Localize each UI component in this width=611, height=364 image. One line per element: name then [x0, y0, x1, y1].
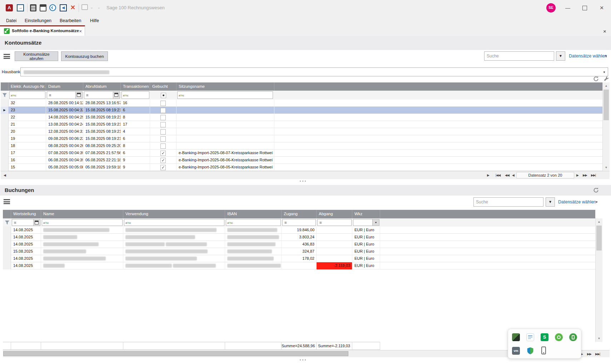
table-row[interactable]: 14.08.2025 3.803,24 EUR | Euro: [3, 234, 595, 241]
column-header-wertstellung[interactable]: Wertstellung: [11, 210, 41, 218]
scrollbar-thumb[interactable]: [603, 90, 609, 120]
gebucht-checkbox[interactable]: [160, 108, 166, 113]
kontoumsaetze-abrufen-button[interactable]: Kontoumsätze abrufen: [15, 51, 58, 61]
column-header-nr[interactable]: Elektr. Auszugs-Nr.: [9, 82, 46, 91]
close-window-button[interactable]: ×: [593, 0, 610, 16]
tab-close-icon[interactable]: ×: [79, 29, 82, 34]
menu-einstellungen[interactable]: Einstellungen: [23, 17, 54, 24]
kontoauszug-buchen-button[interactable]: Kontoauszug buchen: [61, 51, 108, 61]
filter-abrufdatum-input[interactable]: =: [84, 91, 120, 99]
scroll-left-icon[interactable]: ◀: [4, 173, 6, 177]
gebucht-checkbox[interactable]: [160, 122, 166, 127]
tab-softfolio-ebanking[interactable]: Softfolio e-Banking Kontoumsätze ×: [0, 25, 85, 36]
column-header-name[interactable]: Name: [41, 210, 123, 218]
column-header-iban[interactable]: IBAN: [225, 210, 282, 218]
export-icon[interactable]: →: [17, 4, 24, 11]
combobox-dropdown-icon[interactable]: ▼: [603, 71, 606, 74]
wrench-icon[interactable]: [603, 76, 609, 82]
green-app-tray-icon-2[interactable]: [569, 333, 577, 341]
chevron-down-icon[interactable]: ▼: [605, 55, 607, 58]
gebucht-checkbox[interactable]: [160, 136, 166, 142]
filter-wkz-dropdown[interactable]: ▼: [353, 219, 379, 226]
vmware-tray-icon[interactable]: vm: [512, 347, 520, 355]
filter-dropdown-button[interactable]: ▼: [546, 197, 555, 207]
refresh-icon[interactable]: [593, 187, 599, 193]
mobile-device-tray-icon[interactable]: [541, 347, 546, 354]
filter-zugang-input[interactable]: =: [282, 219, 316, 226]
access-app-icon[interactable]: A: [6, 4, 13, 11]
gebucht-checkbox[interactable]: [160, 101, 166, 106]
table-row[interactable]: 18 08.08.2025 00:04:26 08.08.2025 09:25:…: [1, 142, 602, 150]
green-app-tray-icon[interactable]: [555, 333, 563, 341]
dropdown-icon[interactable]: ▼: [372, 219, 379, 226]
nav-next-page-button[interactable]: ▶▶: [583, 173, 587, 177]
table-row[interactable]: 20 12.08.2025 00:04:31 15.08.2025 08:19:…: [1, 128, 602, 135]
column-header-wkz[interactable]: Wkz: [352, 210, 380, 218]
column-header-verwendung[interactable]: Verwendung: [123, 210, 225, 218]
table-row[interactable]: 19 09.08.2025 00:06:23 15.08.2025 08:19:…: [1, 135, 602, 142]
filter-abgang-input[interactable]: =: [317, 219, 352, 226]
grid-menu-icon[interactable]: [4, 54, 10, 59]
column-header-abrufdatum[interactable]: Abrufdatum: [83, 82, 121, 91]
search-input[interactable]: [484, 51, 554, 61]
refresh-icon[interactable]: [593, 76, 599, 82]
nav-prev-page-button[interactable]: ◀◀: [505, 173, 509, 177]
table-row[interactable]: 17 07.08.2025 00:04:39 07.08.2025 21:57:…: [1, 150, 602, 157]
nav-last-button[interactable]: ▶▶|: [591, 173, 596, 177]
datensaetze-waehlen-link[interactable]: Datensätze wählen: [558, 199, 596, 204]
nav-prev-button[interactable]: ◀: [512, 173, 514, 177]
filter-name-input[interactable]: a%c: [42, 219, 123, 226]
nav-first-button[interactable]: |◀◀: [496, 173, 500, 177]
avatar[interactable]: SE: [546, 3, 556, 12]
filter-wertstellung-input[interactable]: =: [12, 219, 40, 226]
filter-datum-input[interactable]: =: [47, 91, 83, 99]
filter-iban-input[interactable]: a%c: [226, 219, 281, 226]
datensaetze-waehlen-link[interactable]: Datensätze wählen: [569, 54, 607, 59]
table-row[interactable]: 22 14.08.2025 00:04:29 15.08.2025 08:19:…: [1, 114, 602, 121]
nav-next-page-button[interactable]: ▶▶: [587, 352, 591, 356]
date-picker-button[interactable]: [33, 219, 40, 226]
table-row[interactable]: 15 05.08.2025 00:05:08 05.08.2025 19:59:…: [1, 164, 602, 171]
delete-icon[interactable]: ×: [69, 4, 76, 11]
table-row[interactable]: 14.08.2025 -2.119,03 EUR | Euro: [3, 262, 595, 269]
column-header-datum[interactable]: Datum: [46, 82, 83, 91]
scroll-right-icon[interactable]: ▶: [487, 173, 489, 177]
gebucht-checkbox[interactable]: ✓: [160, 151, 166, 156]
table-row[interactable]: 14.08.2025 436,83 EUR | Euro: [3, 241, 595, 248]
date-picker-button[interactable]: [113, 92, 120, 98]
close-all-tabs-icon[interactable]: ×: [603, 28, 606, 34]
splitter-handle[interactable]: [300, 181, 306, 182]
table-row[interactable]: 21 13.08.2025 00:04:24 15.08.2025 08:19:…: [1, 121, 602, 128]
table-row-selected[interactable]: ▶ 23 15.08.2025 00:04:32 15.08.2025 08:1…: [1, 107, 602, 114]
gebucht-checkbox[interactable]: ✓: [160, 165, 166, 170]
gebucht-checkbox[interactable]: [160, 115, 166, 120]
vertical-scrollbar[interactable]: ▲ ▼: [602, 82, 610, 171]
scroll-up-icon[interactable]: ▲: [603, 84, 610, 87]
menu-bearbeiten[interactable]: Bearbeiten: [58, 17, 83, 24]
date-picker-button[interactable]: [75, 92, 82, 98]
sage-tray-icon[interactable]: S: [541, 333, 548, 341]
calendar-icon[interactable]: [40, 4, 46, 11]
image-viewer-tray-icon[interactable]: [512, 333, 520, 341]
back-icon[interactable]: ◀: [60, 4, 67, 11]
document-tray-icon[interactable]: [526, 333, 534, 341]
gebucht-checkbox[interactable]: ✓: [160, 158, 166, 163]
phone-icon[interactable]: [49, 4, 56, 11]
vertical-scrollbar[interactable]: ▲ ▼: [595, 218, 602, 342]
column-header-gebucht[interactable]: Gebucht: [150, 82, 177, 91]
scrollbar-thumb[interactable]: [596, 226, 602, 251]
scroll-up-icon[interactable]: ▲: [596, 220, 602, 223]
filter-gebucht-checkbox[interactable]: ■: [161, 92, 166, 98]
gebucht-checkbox[interactable]: [160, 129, 166, 135]
grid-menu-icon[interactable]: [4, 199, 10, 204]
splitter-handle[interactable]: [300, 359, 306, 360]
table-row[interactable]: 14.08.2025 19.846,00 EUR | Euro: [3, 227, 595, 234]
scrollbar-thumb[interactable]: [3, 351, 348, 356]
nav-next-button[interactable]: ▶: [576, 173, 578, 177]
column-header-sitzungsname[interactable]: Sitzungsname: [177, 82, 274, 91]
filter-verwendung-input[interactable]: a%c: [124, 219, 224, 226]
security-shield-tray-icon[interactable]: [526, 347, 534, 355]
calculator-icon[interactable]: [30, 4, 36, 11]
search-input[interactable]: [473, 197, 543, 207]
minimize-button[interactable]: —: [560, 0, 576, 16]
